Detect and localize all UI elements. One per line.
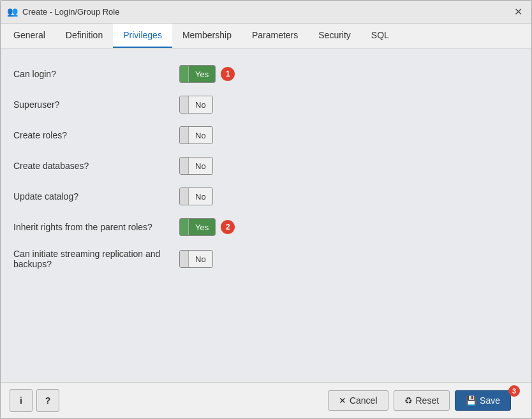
titlebar: 👥 Create - Login/Group Role ✕: [1, 1, 531, 24]
save-button-wrapper: 💾 Save 3: [455, 390, 522, 411]
create-roles-toggle[interactable]: No: [179, 126, 213, 144]
cancel-button[interactable]: ✕ Cancel: [328, 390, 388, 411]
cancel-icon: ✕: [339, 395, 346, 406]
help-button[interactable]: ?: [36, 389, 59, 412]
create-databases-indicator: [180, 158, 189, 174]
create-databases-toggle[interactable]: No: [179, 157, 213, 175]
inherit-rights-label: Inherit rights from the parent roles?: [13, 222, 179, 232]
dialog: 👥 Create - Login/Group Role ✕ General De…: [0, 0, 532, 419]
save-badge: 3: [508, 385, 520, 397]
reset-label: Reset: [416, 395, 440, 406]
streaming-value: No: [189, 251, 212, 267]
titlebar-title: Create - Login/Group Role: [22, 7, 119, 17]
streaming-toggle[interactable]: No: [179, 250, 213, 268]
cancel-label: Cancel: [350, 395, 378, 406]
reset-icon: ♻: [404, 395, 413, 406]
tab-membership[interactable]: Membership: [172, 24, 242, 48]
create-roles-indicator: [180, 127, 189, 143]
footer: i ? ✕ Cancel ♻ Reset 💾 Save 3: [1, 382, 531, 418]
privilege-create-roles: Create roles? No: [13, 120, 519, 151]
update-catalog-toggle[interactable]: No: [179, 187, 213, 205]
tab-security[interactable]: Security: [308, 24, 361, 48]
privileges-content: Can login? Yes 1 Superuser? No Create ro…: [1, 48, 531, 382]
superuser-indicator: [180, 96, 189, 113]
save-button[interactable]: 💾 Save: [455, 390, 511, 411]
create-databases-label: Create databases?: [13, 161, 179, 171]
tab-sql[interactable]: SQL: [361, 24, 399, 48]
can-login-badge: 1: [221, 67, 235, 81]
tab-general[interactable]: General: [3, 24, 55, 48]
footer-left: i ?: [10, 389, 59, 412]
tab-parameters[interactable]: Parameters: [242, 24, 308, 48]
titlebar-icon: 👥: [7, 6, 18, 18]
privilege-can-login: Can login? Yes 1: [13, 59, 519, 89]
inherit-rights-badge: 2: [221, 220, 235, 234]
superuser-value: No: [189, 96, 212, 113]
superuser-toggle[interactable]: No: [179, 96, 213, 114]
info-button[interactable]: i: [10, 389, 33, 412]
footer-right: ✕ Cancel ♻ Reset 💾 Save 3: [328, 390, 522, 411]
can-login-value: Yes: [189, 66, 215, 82]
create-roles-value: No: [189, 127, 212, 143]
streaming-label: Can initiate streaming replication and b…: [13, 249, 179, 269]
update-catalog-value: No: [189, 188, 212, 205]
privilege-update-catalog: Update catalog? No: [13, 181, 519, 212]
close-button[interactable]: ✕: [512, 4, 525, 19]
superuser-label: Superuser?: [13, 99, 179, 110]
privilege-streaming: Can initiate streaming replication and b…: [13, 242, 519, 276]
can-login-indicator: [180, 66, 189, 82]
privilege-inherit-rights: Inherit rights from the parent roles? Ye…: [13, 212, 519, 242]
update-catalog-label: Update catalog?: [13, 191, 179, 202]
titlebar-left: 👥 Create - Login/Group Role: [7, 6, 119, 18]
tab-privileges[interactable]: Privileges: [113, 24, 172, 48]
inherit-rights-value: Yes: [189, 219, 215, 235]
create-roles-label: Create roles?: [13, 130, 179, 140]
update-catalog-indicator: [180, 188, 189, 205]
reset-button[interactable]: ♻ Reset: [394, 390, 450, 411]
inherit-rights-toggle[interactable]: Yes: [179, 218, 216, 236]
inherit-rights-indicator: [180, 219, 189, 235]
save-icon: 💾: [466, 395, 477, 406]
privilege-create-databases: Create databases? No: [13, 151, 519, 181]
can-login-toggle[interactable]: Yes: [179, 65, 216, 83]
save-label: Save: [480, 395, 500, 406]
can-login-label: Can login?: [13, 69, 179, 79]
streaming-indicator: [180, 251, 189, 267]
create-databases-value: No: [189, 158, 212, 174]
tabbar: General Definition Privileges Membership…: [1, 24, 531, 48]
privilege-superuser: Superuser? No: [13, 89, 519, 120]
tab-definition[interactable]: Definition: [55, 24, 113, 48]
